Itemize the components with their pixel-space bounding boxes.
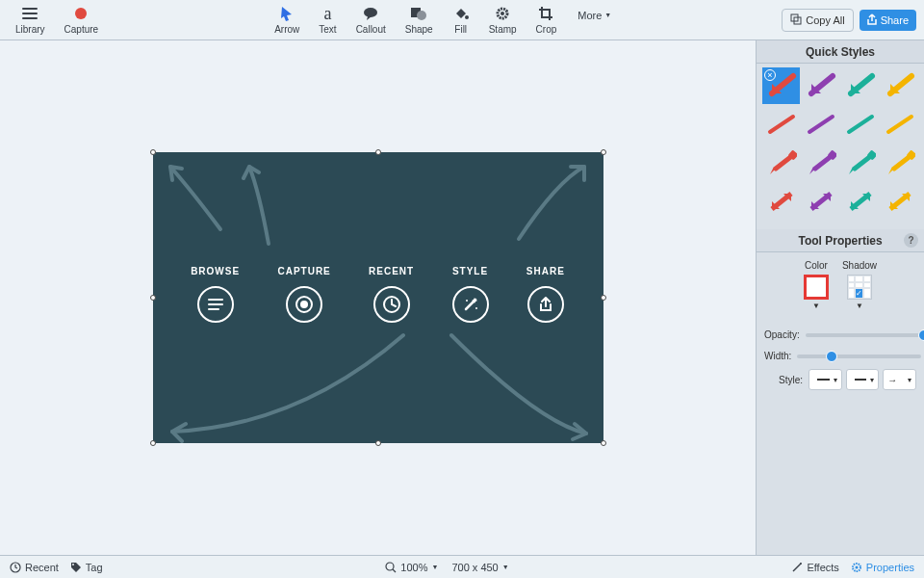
callout-tool[interactable]: Callout [348,3,394,37]
quick-style-swatch[interactable] [881,183,918,220]
stamp-tool[interactable]: Stamp [481,3,525,37]
selection-handle[interactable] [150,149,156,155]
overlap-icon [410,5,427,22]
record-icon [72,5,90,22]
speech-icon [362,5,379,22]
chevron-down-icon: ▼ [604,12,611,18]
selection-handle[interactable] [375,440,381,446]
svg-point-4 [465,15,469,19]
width-label: Width: [764,351,791,361]
zoom-indicator[interactable]: 100%▼ [385,562,438,573]
magnifier-icon [385,562,397,573]
right-panel: Quick Styles × Tool Properties? Color ▼ … [756,40,924,555]
opacity-label: Opacity: [764,329,800,340]
quick-style-swatch[interactable] [841,183,879,220]
crop-tool[interactable]: Crop [528,3,565,37]
chevron-down-icon: ▼ [431,564,438,570]
quick-styles-grid: × [757,64,924,229]
svg-point-19 [72,564,74,565]
canvas-image[interactable]: BROWSE CAPTURE RECENT STYLE SHARE [153,152,603,443]
line-body-style[interactable]: ▾ [846,369,880,390]
quick-style-swatch[interactable] [881,106,918,143]
quick-style-swatch[interactable] [881,67,918,104]
recent-feature: RECENT [369,266,414,323]
svg-point-21 [800,563,802,565]
quick-style-swatch[interactable] [802,67,839,104]
arrow-right-icon: → [887,375,897,385]
top-toolbar: Library Capture Arrow a Text Callout Sha… [0,0,924,40]
gear-icon [851,562,862,573]
svg-point-3 [417,11,426,20]
browse-feature: BROWSE [191,266,240,323]
tool-properties-header: Tool Properties? [757,229,924,252]
share-feature: SHARE [526,266,565,323]
svg-point-1 [364,8,377,17]
record-ring-icon [286,286,322,323]
style-feature: STYLE [452,266,489,323]
quick-style-swatch[interactable] [841,67,879,104]
help-icon[interactable]: ? [904,233,918,248]
quick-style-swatch[interactable] [762,183,800,220]
text-a-icon: a [319,5,336,22]
chevron-down-icon: ▼ [812,302,820,310]
library-button[interactable]: Library [8,3,53,37]
shadow-picker[interactable]: Shadow ✓ ▼ [842,260,877,310]
quick-style-swatch[interactable] [762,106,800,143]
quick-style-swatch[interactable]: × [762,67,800,104]
dimensions-indicator[interactable]: 700 x 450▼ [451,562,508,573]
quick-style-swatch[interactable] [762,144,800,181]
quick-style-swatch[interactable] [841,144,879,181]
share-up-icon [867,13,877,27]
svg-point-0 [75,8,87,19]
selection-handle[interactable] [150,440,156,446]
color-picker[interactable]: Color ▼ [804,260,829,310]
clock-icon [373,286,410,323]
svg-point-13 [475,307,477,309]
recent-status-button[interactable]: Recent [10,562,59,573]
menu-icon [21,5,38,22]
quick-style-swatch[interactable] [841,106,879,143]
toolbar-right-group: Copy All Share [782,9,916,32]
copy-all-button[interactable]: Copy All [782,9,853,32]
quick-style-swatch[interactable] [802,106,839,143]
library-label: Library [15,24,45,35]
more-button[interactable]: More▼ [568,3,621,37]
clock-icon [10,562,21,573]
feature-row: BROWSE CAPTURE RECENT STYLE SHARE [153,266,603,323]
text-tool[interactable]: a Text [311,3,344,37]
opacity-slider[interactable] [806,333,924,337]
canvas-area[interactable]: BROWSE CAPTURE RECENT STYLE SHARE [0,40,756,555]
line-end-style[interactable]: →▾ [883,369,916,390]
fill-tool[interactable]: Fill [445,3,477,37]
quick-style-swatch[interactable] [802,144,839,181]
width-slider[interactable] [797,355,921,358]
gear-icon [494,5,511,22]
wand-icon [791,562,803,573]
selection-handle[interactable] [601,149,606,155]
share-button[interactable]: Share [860,10,916,31]
svg-point-6 [500,12,504,15]
close-icon[interactable]: × [764,69,776,81]
status-bar: Recent Tag 100%▼ 700 x 450▼ Effects Prop… [0,555,924,578]
toolbar-left-group: Library Capture [8,3,106,37]
toolbar-center-group: Arrow a Text Callout Shape Fill Stamp Cr… [106,3,782,37]
quick-style-swatch[interactable] [881,144,918,181]
effects-button[interactable]: Effects [791,562,838,573]
capture-feature: CAPTURE [277,266,330,323]
tag-icon [70,562,82,573]
properties-button[interactable]: Properties [851,562,914,573]
wand-icon [452,286,489,323]
capture-button[interactable]: Capture [57,3,107,37]
selection-handle[interactable] [601,440,606,446]
selection-handle[interactable] [375,149,381,155]
selection-handle[interactable] [150,295,156,301]
tag-status-button[interactable]: Tag [70,562,103,573]
selection-handle[interactable] [601,295,606,301]
quick-style-swatch[interactable] [802,183,839,220]
capture-label: Capture [64,24,99,35]
shape-tool[interactable]: Shape [398,3,441,37]
svg-point-12 [466,300,468,302]
svg-point-10 [300,301,308,308]
line-start-style[interactable]: ▾ [808,369,842,390]
arrow-tool[interactable]: Arrow [267,3,307,37]
